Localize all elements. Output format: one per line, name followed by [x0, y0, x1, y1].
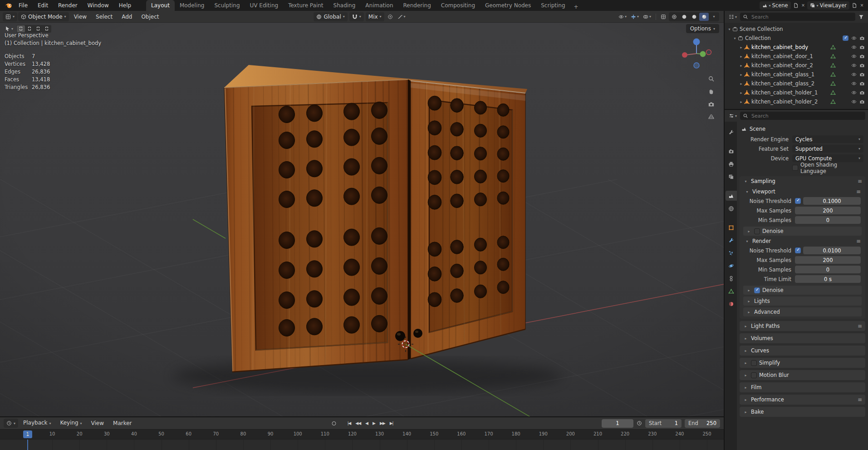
tab-uv-editing[interactable]: UV Editing — [245, 0, 284, 11]
tab-modeling[interactable]: Modeling — [175, 0, 210, 11]
menu-edit[interactable]: Edit — [34, 2, 52, 9]
expand-icon[interactable]: ▸ — [738, 54, 744, 59]
light-paths-section[interactable]: ▸Light Paths≡ — [740, 321, 865, 331]
render-max-samples-field[interactable]: 200 — [795, 256, 861, 264]
tab-render[interactable] — [726, 146, 737, 156]
unlink-scene-button[interactable]: × — [801, 2, 806, 9]
camera-visibility-icon[interactable] — [859, 72, 865, 77]
tab-shading[interactable]: Shading — [329, 0, 361, 11]
tab-compositing[interactable]: Compositing — [436, 0, 480, 11]
hide-eye-icon[interactable] — [851, 54, 857, 59]
select-mode-subtract[interactable] — [34, 25, 42, 32]
outliner-item[interactable]: ▸ kitchen_cabinet_door_2 — [725, 61, 868, 70]
proportional-falloff-select[interactable]: ▾ — [396, 12, 407, 21]
motion-blur-section[interactable]: ▸Motion Blur — [740, 370, 865, 380]
select-mode-new[interactable] — [17, 25, 25, 32]
outliner-search[interactable] — [740, 13, 855, 21]
expand-icon[interactable]: ▾ — [726, 27, 732, 31]
expand-icon[interactable]: ▾ — [732, 36, 738, 40]
jump-to-start-button[interactable]: |◀ — [346, 420, 353, 426]
timeline-ruler[interactable]: 1 11020304050607080901001101201301401501… — [0, 429, 724, 439]
viewport-min-samples-field[interactable]: 0 — [795, 216, 861, 224]
outliner-search-input[interactable] — [750, 14, 853, 20]
axis-y-handle[interactable] — [700, 51, 706, 57]
outliner-item[interactable]: ▸ kitchen_cabinet_holder_1 — [725, 88, 868, 97]
timeline-editor-type-button[interactable]: ▾ — [4, 419, 18, 428]
panel-menu-icon[interactable]: ≡ — [856, 238, 861, 244]
collection-checkbox[interactable] — [843, 35, 848, 41]
select-mode-extend[interactable] — [25, 25, 34, 32]
axis-x-handle[interactable] — [682, 52, 687, 58]
menu-window[interactable]: Window — [83, 2, 113, 9]
menu-playback[interactable]: Playback ▾ — [19, 417, 55, 429]
hide-eye-icon[interactable] — [851, 72, 857, 77]
show-gizmo-dropdown[interactable]: ▾ — [629, 12, 640, 21]
select-mode-intersect[interactable] — [43, 25, 51, 32]
menu-object[interactable]: Object — [137, 11, 163, 22]
preview-range-icon[interactable] — [637, 420, 642, 426]
performance-section[interactable]: ▸Performance≡ — [740, 395, 865, 405]
camera-visibility-icon[interactable] — [859, 45, 865, 50]
menu-select[interactable]: Select — [92, 11, 117, 22]
outliner-item[interactable]: ▸ kitchen_cabinet_glass_1 — [725, 70, 868, 79]
osl-checkbox[interactable] — [792, 165, 798, 171]
tab-view-layer[interactable] — [726, 172, 737, 182]
tab-particles[interactable] — [726, 248, 737, 258]
pivot-point-select[interactable]: Mix▾ — [366, 12, 384, 21]
tab-modifiers[interactable] — [726, 235, 737, 245]
camera-visibility-icon[interactable] — [859, 35, 865, 41]
tab-geometry-nodes[interactable]: Geometry Nodes — [480, 0, 536, 11]
expand-icon[interactable]: ▸ — [738, 45, 744, 49]
editor-type-button[interactable]: ▾ — [3, 12, 17, 21]
outliner-scene-collection[interactable]: ▾ Scene Collection — [725, 25, 868, 34]
panel-menu-icon[interactable]: ≡ — [858, 396, 862, 403]
outliner-item[interactable]: ▸ kitchen_cabinet_holder_2 — [725, 97, 868, 106]
remove-viewlayer-button[interactable]: × — [859, 2, 864, 9]
frame-start-field[interactable]: Start1 — [645, 419, 682, 428]
volumes-section[interactable]: ▸Volumes — [740, 333, 865, 343]
tab-object-data[interactable] — [726, 286, 737, 296]
outliner-item[interactable]: ▸ kitchen_cabinet_body — [725, 43, 868, 52]
camera-visibility-icon[interactable] — [859, 54, 865, 59]
tab-world[interactable] — [726, 203, 737, 213]
new-scene-button[interactable] — [792, 3, 799, 8]
panel-menu-icon[interactable]: ≡ — [858, 178, 862, 184]
tab-scene[interactable] — [726, 191, 737, 201]
simplify-checkbox[interactable] — [751, 360, 757, 366]
noise-threshold-checkbox[interactable] — [795, 198, 801, 204]
outliner-editor-type-button[interactable]: ▾ — [727, 12, 738, 21]
zoom-icon[interactable] — [708, 75, 715, 82]
advanced-subpanel[interactable]: ▸ Advanced — [743, 307, 862, 316]
shading-material-button[interactable] — [689, 13, 699, 21]
tab-scripting[interactable]: Scripting — [536, 0, 570, 11]
hide-eye-icon[interactable] — [851, 99, 857, 104]
outliner-filter-button[interactable] — [857, 12, 865, 21]
blender-logo-icon[interactable] — [5, 2, 13, 9]
properties-search[interactable] — [740, 112, 865, 120]
scene-selector[interactable]: ▾ Scene — [760, 1, 791, 10]
panel-menu-icon[interactable]: ≡ — [858, 323, 862, 329]
viewlayer-selector[interactable]: ▾ ViewLayer — [807, 1, 849, 10]
camera-visibility-icon[interactable] — [859, 63, 865, 68]
hide-eye-icon[interactable] — [851, 90, 857, 95]
3d-scene[interactable] — [0, 23, 724, 416]
render-subpanel-header[interactable]: ▾ Render ≡ — [741, 237, 863, 246]
camera-visibility-icon[interactable] — [859, 90, 865, 95]
tab-physics[interactable] — [726, 261, 737, 271]
show-overlays-dropdown[interactable]: ▾ — [642, 12, 652, 21]
film-section[interactable]: ▸Film — [740, 382, 865, 392]
object-visibility-dropdown[interactable]: ▾ — [617, 12, 628, 21]
motion-blur-checkbox[interactable] — [751, 372, 757, 378]
timeline-track-area[interactable] — [0, 439, 724, 450]
menu-keying[interactable]: Keying ▾ — [56, 417, 86, 429]
outliner-collection[interactable]: ▾ Collection — [725, 34, 868, 43]
expand-icon[interactable]: ▸ — [738, 64, 744, 68]
play-button[interactable]: ▶ — [371, 420, 377, 426]
expand-icon[interactable]: ▸ — [738, 91, 744, 95]
frame-end-field[interactable]: End250 — [685, 419, 720, 428]
tab-constraints[interactable] — [726, 273, 737, 283]
snap-toggle[interactable]: ▾ — [349, 12, 364, 21]
feature-set-select[interactable]: Supported▾ — [792, 145, 863, 153]
render-noise-threshold-checkbox[interactable] — [795, 247, 801, 253]
axis-z-handle[interactable] — [693, 39, 700, 45]
